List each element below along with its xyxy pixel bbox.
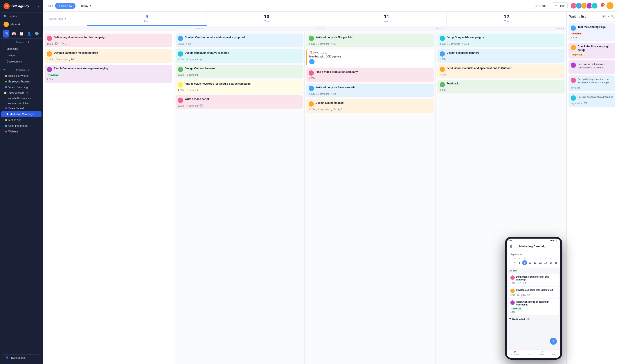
invite-label: Invite people	[11, 356, 26, 359]
search-bar[interactable]: 🔍 Search...	[0, 13, 43, 20]
logo-area[interactable]: G GIM Agency	[0, 0, 43, 13]
mobile-nav-notes[interactable]: 📝 Notes	[539, 351, 545, 356]
teams-add-icon[interactable]: +	[28, 40, 39, 44]
tool-check-icon[interactable]: ☑	[3, 30, 9, 38]
meeting-time: ⏰ 10:00 - 11:00	[309, 51, 432, 54]
mobile-header: ☰ Marketing Campaign ⋯	[507, 243, 560, 250]
schedule-label: Schedule	[510, 353, 519, 356]
waiting-item-target-audience[interactable]: Set up the target audience in Facebook B…	[568, 76, 615, 91]
waiting-item-check-campaign[interactable]: Check the final campaign setup Important	[568, 43, 615, 59]
project-webinar[interactable]: Webinar	[0, 129, 43, 134]
mobile-task-messaging-draft[interactable]: Develop campaign messaging draft 0:45h |…	[508, 287, 559, 298]
task-define-target[interactable]: Define target audiences for this campaig…	[44, 34, 172, 47]
project-crm[interactable]: CRM Integration	[0, 123, 43, 129]
task-campaign-messaging[interactable]: Develop campaign messaging draft 0:45h |…	[44, 49, 172, 63]
project-sales-funnel[interactable]: Sales Funnel	[0, 105, 43, 111]
mobile-day-11[interactable]: F 11	[533, 258, 537, 265]
mobile-menu-icon[interactable]: ☰	[509, 245, 512, 248]
add-new-button[interactable]: + Add new	[55, 3, 76, 9]
task-google-ads[interactable]: Write ad copy for Google Ads 2:30h | 6 d…	[306, 34, 434, 47]
task-time: 2:00h	[178, 42, 184, 45]
sidebar-item-design[interactable]: Design	[1, 52, 41, 58]
project-marketing-campaign[interactable]: Marketing Campaign	[1, 111, 41, 117]
filter-label: Filter	[558, 4, 565, 7]
project-new-website[interactable]: 📁 New Website ▾	[0, 90, 43, 96]
mobile-day-15[interactable]: T 15	[554, 258, 558, 265]
waiting-list-panel: Waiting list 5 + 🔍 Test the Landing Page	[566, 12, 617, 364]
avatar-5[interactable]	[591, 2, 598, 9]
mobile-task-consensus[interactable]: Reach Consensus on campaign messaging Fe…	[508, 299, 559, 315]
today-button[interactable]: Today ▾	[78, 3, 94, 9]
task-video-script[interactable]: Write a video script 2:00h | 4 days left…	[176, 95, 303, 109]
task-keywords[interactable]: Find relevant keywords for Google Search…	[176, 80, 303, 94]
user-avatar[interactable]	[606, 2, 614, 9]
teams-header[interactable]: ▾ Teams +	[0, 39, 43, 46]
filter-button[interactable]: ⧩ Filter	[552, 2, 568, 9]
mobile-nav-tasks[interactable]: ✓ Tasks	[527, 351, 532, 356]
group-button[interactable]: ⊞ Group	[532, 3, 549, 9]
mobile-more-icon[interactable]: ⋯	[554, 244, 558, 248]
project-video-recording[interactable]: Video Recording	[0, 84, 43, 90]
task-setup-google[interactable]: Setup Google Ads campaigns 4:00h | 5 day…	[438, 34, 565, 47]
task-video-production[interactable]: Find a video production company 1:30h	[306, 68, 434, 82]
task-meta: 0:45h	[440, 89, 562, 91]
project-mobile-app[interactable]: Mobile App	[0, 117, 43, 123]
sidebar-item-marketing[interactable]: Marketing	[1, 46, 41, 52]
mobile-nav-more[interactable]: ⋯ More	[552, 351, 557, 356]
task-due: | 6 days left	[316, 92, 329, 95]
project-website-translation[interactable]: Website Translation	[0, 101, 43, 105]
task-landing-page[interactable]: Design a landing page 7:00h | 3 days lef…	[306, 99, 434, 113]
project-blog-post[interactable]: Blog Post Writing	[0, 73, 43, 79]
task-meeting-jcd[interactable]: ⏰ 10:00 - 11:00 Meeting with JCD agency	[306, 49, 434, 66]
tool-calendar-icon[interactable]: 📅	[10, 30, 17, 38]
tue-total: 13h 0m	[207, 26, 327, 31]
mobile-day-13[interactable]: S 13	[543, 258, 548, 265]
waiting-item-visual-materials[interactable]: Send visual materials and specifications…	[568, 60, 615, 74]
teams-label: Teams	[16, 41, 28, 43]
project-website-dev[interactable]: Website Development	[0, 96, 43, 101]
task-time: 4:00h	[178, 89, 184, 91]
mobile-cal-prev-icon[interactable]: ‹	[508, 260, 511, 263]
my-work-item[interactable]: My work	[0, 20, 43, 29]
mobile-day-10[interactable]: T 10	[527, 258, 532, 265]
task-thu-3[interactable]: Send visual materials and specifications…	[438, 65, 565, 78]
projects-section: ▾ Projects + Blog Post Writing Employee …	[0, 65, 43, 134]
mobile-fab-button[interactable]: +	[550, 338, 557, 345]
mobile-day-7[interactable]: M 7	[512, 258, 517, 265]
task-fb-banners[interactable]: Design Facebook banners 1:30h	[438, 49, 565, 63]
mobile-task-define-target[interactable]: Define target audiences for this campaig…	[508, 274, 559, 286]
projects-add-icon[interactable]: +	[28, 69, 39, 71]
meeting-avatar	[309, 59, 315, 64]
mobile-day-14[interactable]: M 14	[548, 258, 553, 265]
projects-header[interactable]: ▾ Projects +	[0, 67, 43, 73]
notifications-button[interactable]: 🔔 12	[601, 4, 604, 7]
task-design-outdoor[interactable]: Design Outdoor banners 2:00h | 3 days le…	[176, 65, 303, 78]
waiting-search-icon[interactable]: 🔍	[611, 15, 614, 18]
waiting-item-fb-ads-campaigns[interactable]: Set up Facebook Ads campaigns days left …	[568, 93, 615, 107]
mobile-day-8[interactable]: T 8	[517, 258, 522, 265]
task-design-campaign[interactable]: Design campaign creative (general) 3:00h…	[176, 49, 303, 63]
invite-people-button[interactable]: 👤 Invite people	[3, 354, 40, 361]
mobile-day-12[interactable]: S 12	[538, 258, 543, 265]
cal-next-button[interactable]: ›	[65, 17, 66, 21]
tool-settings-icon[interactable]: ⚙️	[33, 30, 40, 38]
task-fb-ads[interactable]: Write ad copy for Facebook ads 2:30h | 6…	[306, 84, 434, 97]
task-reach-consensus[interactable]: Reach Consensus on campaign messaging Fe…	[44, 65, 172, 83]
sidebar-item-development[interactable]: Development	[1, 59, 41, 65]
waiting-add-icon[interactable]: +	[608, 15, 609, 18]
project-dot	[5, 75, 7, 77]
task-check: ✓ 0/8	[185, 42, 192, 45]
cal-prev-button[interactable]: ‹	[46, 17, 47, 21]
tool-notes-icon[interactable]: 📋	[18, 30, 25, 38]
mobile-nav-schedule[interactable]: 📅 Schedule	[510, 351, 519, 356]
task-thu-4[interactable]: Feedback 0:45h	[438, 80, 565, 93]
task-contact-vendor[interactable]: Contact Ourdoor vendor and request a pro…	[176, 34, 303, 47]
project-employee-training[interactable]: Employee Training	[0, 79, 43, 84]
task-meta: 2:30h | 6 days left ✓ 0/5	[309, 92, 432, 95]
waiting-item-test-landing[interactable]: Test the Landing Page blocked 1:30h	[568, 23, 615, 41]
day-header-tue: 10 Tue	[207, 12, 327, 26]
mon-total: 2h 45m	[87, 26, 207, 31]
task-title: Design a landing page	[316, 101, 432, 105]
tool-person-icon[interactable]: 👤	[26, 30, 32, 38]
mobile-day-9[interactable]: W 9	[522, 258, 527, 265]
